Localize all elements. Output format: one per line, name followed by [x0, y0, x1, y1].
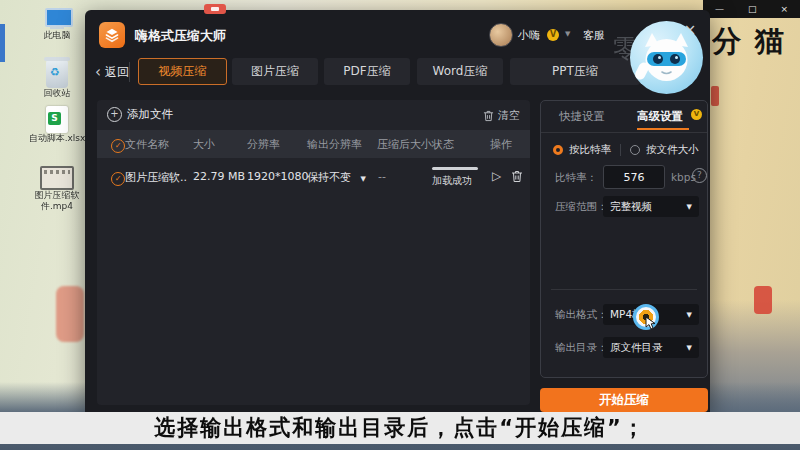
bitrate-input[interactable]: 576 — [603, 165, 665, 189]
tab-image-compress[interactable]: 图片压缩 — [232, 58, 318, 85]
tab-label: 图片压缩 — [251, 63, 299, 80]
row-output-resolution-dropdown[interactable]: 保持不变 ▼ — [307, 170, 366, 185]
tab-advanced-settings[interactable]: 高级设置 — [637, 109, 683, 124]
tab-word-compress[interactable]: Word压缩 — [417, 58, 503, 85]
bitrate-label: 比特率： — [555, 171, 597, 185]
app-window: 嗨格式压缩大师 小嗨 V ▼ 客服 — × ‹返回 视频压缩 图片压缩 PDF压… — [85, 10, 710, 412]
output-dir-label: 输出目录： — [555, 341, 608, 355]
radio-bitrate-label[interactable]: 按比特率 — [569, 143, 611, 157]
col-operation: 操作 — [490, 137, 512, 152]
app-logo-icon — [99, 22, 125, 48]
chevron-left-icon: ‹ — [95, 63, 101, 81]
add-file-button[interactable]: + 添加文件 — [107, 107, 173, 122]
row-resolution: 1920*1080 — [247, 170, 309, 183]
start-compress-button[interactable]: 开始压缩 — [540, 388, 708, 412]
row-checkbox[interactable]: ✓ — [111, 171, 125, 186]
file-list-panel: + 添加文件 清空 ✓ 文件名称 大小 分辨率 输出分辨率 压缩后大小 状态 操… — [97, 100, 530, 405]
chevron-down-icon: ▼ — [687, 311, 692, 319]
range-dropdown[interactable]: 完整视频 ▼ — [603, 196, 699, 217]
mouse-cursor-icon — [645, 316, 657, 330]
wallpaper-detail-pink — [56, 286, 84, 342]
chevron-down-icon: ▼ — [687, 203, 692, 211]
radio-divider — [620, 144, 621, 156]
nav-divider — [129, 62, 130, 82]
tab-pdf-compress[interactable]: PDF压缩 — [324, 58, 410, 85]
col-status: 状态 — [432, 137, 454, 152]
wallpaper-detail-red-small — [711, 86, 719, 106]
app-title: 嗨格式压缩大师 — [135, 27, 226, 45]
tab-quick-settings[interactable]: 快捷设置 — [559, 109, 605, 124]
row-compressed-size: -- — [378, 170, 386, 183]
col-compressed-size: 压缩后大小 — [377, 137, 432, 152]
select-all-checkbox[interactable]: ✓ — [111, 138, 125, 153]
trash-icon — [511, 170, 523, 183]
excel-file-icon — [46, 106, 68, 133]
help-icon[interactable]: ? — [692, 168, 707, 183]
settings-card: 快捷设置 高级设置 V 按比特率 按文件大小 比特率： 576 kbps ? 压… — [540, 100, 708, 378]
tab-video-compress[interactable]: 视频压缩 — [138, 58, 227, 85]
back-button[interactable]: ‹返回 — [95, 63, 129, 81]
row-size: 22.79 MB — [193, 170, 245, 183]
advanced-vip-badge: V — [691, 109, 702, 120]
video-file-icon — [40, 166, 74, 190]
user-avatar[interactable] — [489, 23, 513, 47]
tab-label: Word压缩 — [433, 63, 488, 80]
clear-list-button[interactable]: 清空 — [483, 108, 520, 123]
range-label: 压缩范围： — [555, 200, 608, 214]
window-edge-sliver — [0, 24, 5, 62]
tab-label: PPT压缩 — [552, 63, 598, 80]
wallpaper-detail-red — [754, 286, 772, 314]
output-format-label: 输出格式： — [555, 308, 608, 322]
mode-radio-group: 按比特率 按文件大小 — [553, 143, 699, 157]
tab-label: PDF压缩 — [343, 63, 390, 80]
row-play-button[interactable]: ▷ — [492, 169, 501, 183]
col-size: 大小 — [193, 137, 215, 152]
account-chevron-down-icon[interactable]: ▼ — [565, 30, 570, 38]
desktop-icon-label: 图片压缩软件.mp4 — [22, 190, 92, 212]
bgwin-close-button[interactable]: × — [780, 4, 788, 14]
col-resolution: 分辨率 — [247, 137, 280, 152]
row-delete-button[interactable] — [511, 170, 523, 186]
bgwin-maximize-button[interactable]: □ — [748, 4, 757, 14]
row-status: 加载成功 — [432, 174, 472, 188]
table-row: ✓ 图片压缩软... 22.79 MB 1920*1080 保持不变 ▼ -- … — [97, 158, 530, 196]
settings-tabs: 快捷设置 高级设置 V — [541, 101, 707, 133]
username-label[interactable]: 小嗨 — [518, 28, 540, 43]
watermark-brand-text: 分猫 — [712, 22, 800, 62]
radio-filesize[interactable] — [630, 145, 640, 155]
red-notification-tab — [204, 4, 226, 14]
plus-circle-icon: + — [107, 107, 122, 122]
radio-bitrate-selected[interactable] — [553, 145, 563, 155]
background-window-titlebar: — □ × — [703, 0, 800, 18]
radio-filesize-label[interactable]: 按文件大小 — [646, 143, 699, 157]
layers-icon — [103, 26, 121, 44]
subtitle-band: 选择输出格式和输出目录后，点击“开始压缩”； — [0, 412, 800, 444]
vip-badge: V — [547, 29, 559, 41]
tab-label: 视频压缩 — [159, 63, 207, 80]
row-progress-bar — [432, 167, 478, 170]
subtitle-text: 选择输出格式和输出目录后，点击“开始压缩”； — [154, 413, 646, 442]
table-header: ✓ 文件名称 大小 分辨率 输出分辨率 压缩后大小 状态 操作 — [97, 130, 530, 158]
active-tab-underline — [637, 128, 689, 130]
mascot-cat-logo — [629, 20, 704, 95]
col-filename: 文件名称 — [125, 137, 169, 152]
output-dir-dropdown[interactable]: 原文件目录 ▼ — [603, 337, 699, 358]
trash-icon — [483, 110, 494, 122]
range-value: 完整视频 — [610, 200, 652, 214]
this-pc-icon — [42, 8, 72, 30]
col-output-resolution: 输出分辨率 — [307, 137, 362, 152]
row-filename: 图片压缩软... — [125, 170, 187, 185]
recycle-bin-icon — [46, 60, 68, 88]
screen: — □ × 分猫 零 此电脑 回收站 自动脚本.xlsx 图片压缩软件.mp4 … — [0, 0, 800, 450]
customer-service-button[interactable]: 客服 — [583, 28, 605, 43]
output-dir-value: 原文件目录 — [610, 341, 663, 355]
card-divider — [551, 289, 697, 290]
chevron-down-icon: ▼ — [687, 344, 692, 352]
bgwin-minimize-button[interactable]: — — [715, 4, 724, 14]
chevron-down-icon: ▼ — [361, 175, 366, 183]
